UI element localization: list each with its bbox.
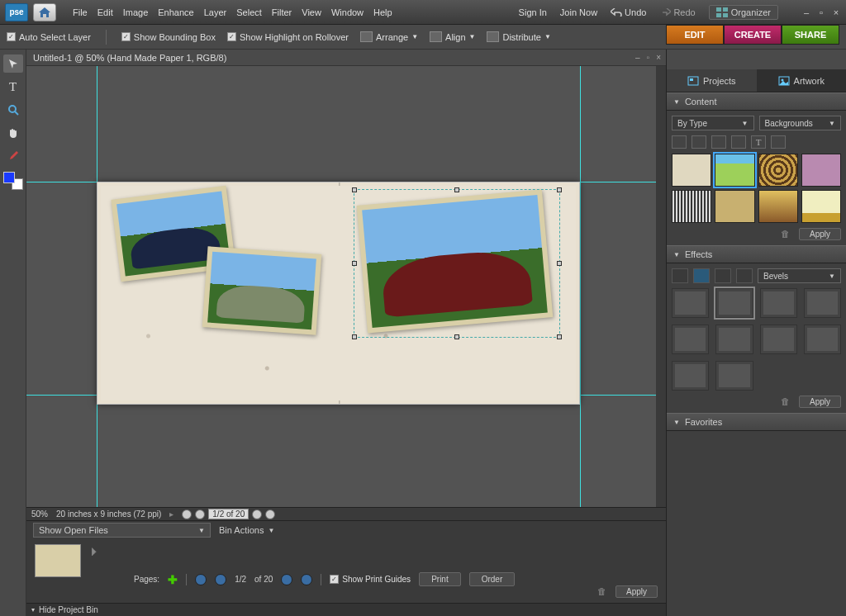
organizer-button[interactable]: Organizer (709, 5, 778, 20)
filter-text-icon[interactable]: T (751, 135, 766, 149)
add-page-button[interactable]: ✚ (168, 573, 178, 586)
show-bounding-box-checkbox[interactable]: ✓Show Bounding Box (121, 32, 216, 42)
tab-edit[interactable]: EDIT (666, 25, 724, 45)
menu-help[interactable]: Help (373, 7, 392, 17)
content-apply-button[interactable]: Apply (799, 228, 841, 240)
effect-thumb[interactable] (715, 325, 753, 354)
tab-projects[interactable]: Projects (667, 69, 757, 92)
pages-prev-button[interactable] (215, 574, 226, 585)
effect-thumb-selected[interactable] (715, 288, 753, 318)
arrange-dropdown[interactable]: Arrange▼ (360, 31, 418, 42)
menu-window[interactable]: Window (331, 7, 364, 17)
type-tool[interactable]: T (3, 78, 23, 96)
bg-thumb[interactable] (715, 190, 754, 223)
menu-view[interactable]: View (302, 7, 321, 17)
pages-next-button[interactable] (281, 574, 292, 585)
move-tool[interactable] (3, 54, 23, 73)
canvas-viewport[interactable] (26, 66, 666, 507)
filter-shapes-icon[interactable] (731, 135, 746, 149)
order-button[interactable]: Order (469, 572, 516, 586)
fx-layer-styles-icon[interactable] (693, 268, 710, 283)
pages-last-button[interactable] (301, 574, 312, 585)
bg-thumb[interactable] (758, 190, 798, 223)
color-swatch[interactable] (3, 172, 23, 190)
doc-restore-button[interactable]: ▫ (647, 53, 650, 62)
menu-edit[interactable]: Edit (97, 7, 113, 17)
filter-all-icon[interactable] (672, 135, 687, 149)
tab-create[interactable]: CREATE (724, 25, 782, 45)
effect-thumb[interactable] (804, 288, 841, 318)
bin-thumbnail[interactable] (35, 544, 81, 577)
filter-frames-icon[interactable] (692, 135, 706, 149)
bg-thumb[interactable] (758, 154, 798, 187)
hand-tool[interactable] (3, 124, 23, 142)
page-last-button[interactable] (265, 509, 275, 519)
content-category-dropdown[interactable]: Backgrounds▼ (759, 116, 842, 130)
show-print-guides-checkbox[interactable]: ✓Show Print Guides (330, 575, 411, 584)
page-first-button[interactable] (182, 509, 192, 519)
guide-vertical[interactable] (580, 66, 581, 507)
bg-thumb[interactable] (715, 154, 754, 187)
effect-thumb[interactable] (715, 361, 753, 391)
sign-in-link[interactable]: Sign In (519, 7, 547, 17)
page-prev-button[interactable] (195, 509, 205, 519)
fx-photo-effects-icon[interactable] (715, 268, 731, 283)
menu-image[interactable]: Image (123, 7, 149, 17)
redo-button[interactable]: Redo (659, 7, 695, 17)
effect-thumb[interactable] (804, 325, 841, 354)
fx-filter-icon[interactable] (672, 268, 688, 283)
doc-close-button[interactable]: × (656, 53, 661, 62)
bin-apply-button[interactable]: Apply (615, 585, 658, 598)
fx-all-icon[interactable] (736, 268, 753, 283)
bg-thumb[interactable] (801, 154, 841, 187)
page-display[interactable]: 1/2 of 20 (208, 509, 249, 519)
undo-button[interactable]: Undo (611, 7, 646, 17)
pages-first-button[interactable] (195, 574, 207, 585)
selection-box[interactable] (354, 189, 560, 338)
menu-layer[interactable]: Layer (204, 7, 227, 17)
window-close-button[interactable]: × (831, 7, 841, 17)
filter-graphics-icon[interactable] (711, 135, 726, 149)
effects-panel-header[interactable]: ▼Effects (667, 245, 846, 263)
zoom-tool[interactable] (3, 101, 23, 119)
bg-thumb[interactable] (672, 190, 711, 223)
bin-filter-dropdown[interactable]: Show Open Files▼ (33, 523, 211, 538)
effects-category-dropdown[interactable]: Bevels▼ (758, 268, 841, 283)
effects-apply-button[interactable]: Apply (799, 396, 841, 408)
bin-actions-dropdown[interactable]: Bin Actions▼ (219, 525, 274, 535)
bg-thumb[interactable] (672, 154, 711, 187)
content-panel-header[interactable]: ▼Content (667, 92, 846, 111)
distribute-dropdown[interactable]: Distribute▼ (487, 31, 550, 42)
join-now-link[interactable]: Join Now (560, 7, 597, 17)
home-button[interactable] (33, 3, 56, 21)
effect-thumb[interactable] (760, 325, 797, 354)
filter-themes-icon[interactable] (771, 135, 786, 149)
effect-thumb[interactable] (760, 288, 797, 318)
window-restore-button[interactable]: ▫ (816, 7, 826, 17)
menu-file[interactable]: File (73, 7, 88, 17)
content-trash-icon[interactable]: 🗑 (781, 229, 792, 240)
effect-thumb[interactable] (672, 288, 709, 318)
page-next-button[interactable] (252, 509, 262, 519)
photobook-spread[interactable] (97, 182, 580, 405)
photo-frame-2[interactable] (202, 246, 321, 334)
bg-thumb[interactable] (801, 190, 841, 223)
window-minimize-button[interactable]: – (801, 7, 811, 17)
effect-thumb[interactable] (672, 325, 709, 354)
tab-share[interactable]: SHARE (782, 25, 839, 45)
content-by-type-dropdown[interactable]: By Type▼ (672, 116, 754, 130)
vertical-scrollbar[interactable] (656, 66, 666, 507)
show-highlight-checkbox[interactable]: ✓Show Highlight on Rollover (227, 32, 349, 42)
effect-thumb[interactable] (672, 361, 709, 391)
align-dropdown[interactable]: Align▼ (430, 31, 475, 42)
menu-enhance[interactable]: Enhance (158, 7, 193, 17)
doc-minimize-button[interactable]: – (635, 53, 640, 62)
tab-artwork[interactable]: Artwork (757, 69, 847, 92)
favorites-panel-header[interactable]: ▼Favorites (667, 413, 846, 431)
zoom-display[interactable]: 50% (31, 509, 48, 519)
auto-select-layer-checkbox[interactable]: ✓Auto Select Layer (7, 32, 91, 42)
effects-trash-icon[interactable]: 🗑 (781, 396, 792, 408)
hide-project-bin-button[interactable]: ▾ Hide Project Bin (26, 603, 666, 616)
bin-scroll-button[interactable]: ⏵ (89, 544, 101, 557)
eyedropper-tool[interactable] (3, 147, 23, 165)
